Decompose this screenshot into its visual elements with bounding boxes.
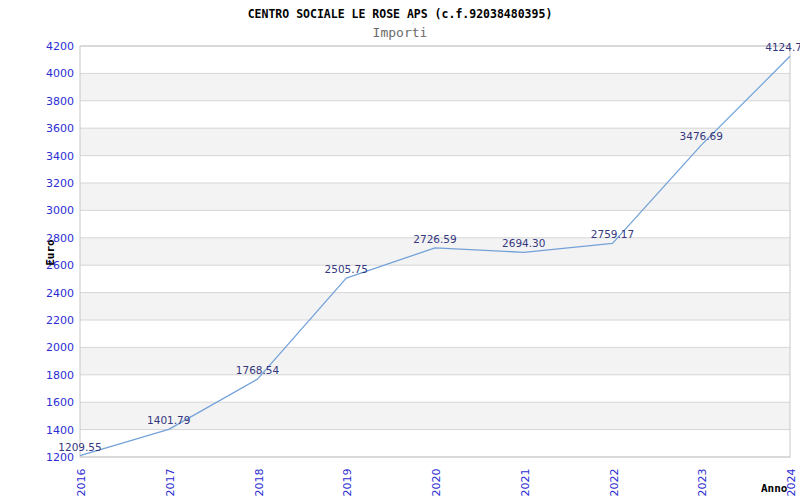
y-tick-label: 2000 [46,341,74,354]
point-value-label: 2759.17 [591,228,634,240]
x-tick-label: 2020 [430,469,443,497]
point-value-label: 1401.79 [147,414,190,426]
x-tick-label: 2023 [696,469,709,497]
y-tick-label: 3600 [46,122,74,135]
point-value-label: 4124.7 [765,41,800,53]
x-tick-label: 2017 [164,469,177,497]
point-value-label: 2694.30 [502,237,545,249]
chart-window: CENTRO SOCIALE LE ROSE APS (c.f.92038480… [0,0,800,500]
x-tick-label: 2018 [253,469,266,497]
y-tick-label: 2400 [46,287,74,300]
plot-band [80,293,790,320]
point-value-label: 2505.75 [325,263,368,275]
line-chart-plot: 1200140016001800200022002400260028003000… [0,0,800,500]
point-value-label: 1209.55 [58,441,101,453]
point-value-label: 3476.69 [680,130,723,142]
y-tick-label: 1400 [46,424,74,437]
y-tick-label: 4000 [46,67,74,80]
y-tick-label: 3800 [46,95,74,108]
x-tick-label: 2021 [519,469,532,497]
x-tick-label: 2016 [75,469,88,497]
x-tick-label: 2019 [341,469,354,497]
y-tick-label: 4200 [46,40,74,53]
x-axis-title: Anno [761,482,788,495]
point-value-label: 1768.54 [236,364,280,376]
point-value-label: 2726.59 [413,233,456,245]
y-tick-label: 1800 [46,369,74,382]
y-tick-label: 1600 [46,396,74,409]
plot-band [80,183,790,210]
y-axis-title: Euro [44,239,57,266]
plot-band [80,347,790,374]
y-tick-label: 2200 [46,314,74,327]
plot-band [80,73,790,100]
y-tick-label: 3000 [46,204,74,217]
y-tick-label: 3400 [46,150,74,163]
y-tick-label: 1200 [46,451,74,464]
y-tick-label: 3200 [46,177,74,190]
x-tick-label: 2022 [608,469,621,497]
